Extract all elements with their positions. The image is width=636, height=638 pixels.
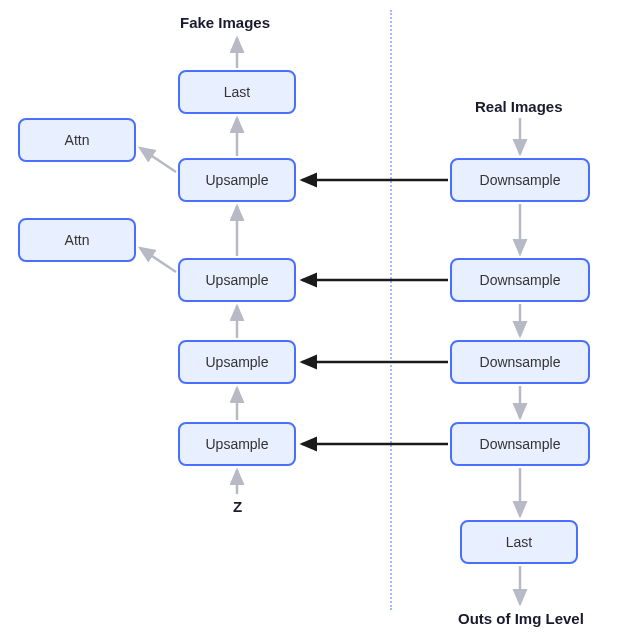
block-label: Last	[506, 534, 532, 550]
generator-upsample-1: Upsample	[178, 158, 296, 202]
generator-upsample-2: Upsample	[178, 258, 296, 302]
block-label: Attn	[65, 232, 90, 248]
block-label: Upsample	[205, 436, 268, 452]
arrow-up1-to-attn1	[140, 148, 176, 172]
discriminator-downsample-1: Downsample	[450, 158, 590, 202]
block-label: Upsample	[205, 272, 268, 288]
column-divider	[390, 10, 392, 610]
generator-upsample-4: Upsample	[178, 422, 296, 466]
generator-last-block: Last	[178, 70, 296, 114]
discriminator-downsample-2: Downsample	[450, 258, 590, 302]
discriminator-downsample-3: Downsample	[450, 340, 590, 384]
z-input-label: Z	[233, 498, 242, 515]
block-label: Upsample	[205, 354, 268, 370]
attn-block-2: Attn	[18, 218, 136, 262]
arrow-up2-to-attn2	[140, 248, 176, 272]
block-label: Downsample	[480, 436, 561, 452]
block-label: Last	[224, 84, 250, 100]
block-label: Upsample	[205, 172, 268, 188]
out-img-level-label: Outs of Img Level	[458, 610, 584, 627]
real-images-label: Real Images	[475, 98, 563, 115]
block-label: Downsample	[480, 354, 561, 370]
generator-upsample-3: Upsample	[178, 340, 296, 384]
block-label: Attn	[65, 132, 90, 148]
block-label: Downsample	[480, 272, 561, 288]
block-label: Downsample	[480, 172, 561, 188]
discriminator-last-block: Last	[460, 520, 578, 564]
attn-block-1: Attn	[18, 118, 136, 162]
fake-images-label: Fake Images	[180, 14, 270, 31]
discriminator-downsample-4: Downsample	[450, 422, 590, 466]
